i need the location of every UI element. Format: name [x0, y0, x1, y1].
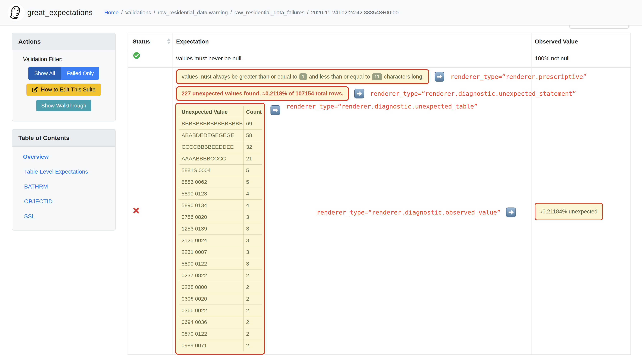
- sidebar: Actions Validation Filter: Show All Fail…: [12, 33, 116, 230]
- arrow-right-icon: [271, 105, 280, 115]
- count-cell: 2: [244, 316, 262, 328]
- count-cell: 58: [244, 129, 262, 141]
- unexpected-value-cell: 5881S 0004: [179, 164, 244, 176]
- count-cell: 5: [244, 176, 262, 188]
- unexpected-value-row: 2231 0007 3: [179, 246, 262, 258]
- toc-link-ssl[interactable]: SSL: [24, 213, 115, 220]
- failure-x-icon: [133, 207, 140, 214]
- page: great_expectations Home / Validations / …: [0, 0, 642, 364]
- unexpected-value-row: 5881S 0004 5: [179, 164, 262, 176]
- validation-table: Status Expectation Observed Value values…: [128, 33, 631, 355]
- unexpected-value-row: 5890 0123 4: [179, 188, 262, 200]
- unexpected-value-row: 5890 0122 3: [179, 258, 262, 270]
- count-cell: 2: [244, 340, 262, 351]
- row-divider: [128, 67, 630, 68]
- renderer-type-code: renderer_type=“renderer.diagnostic.unexp…: [286, 103, 477, 110]
- min-length-badge: 1: [299, 73, 307, 80]
- navbar: great_expectations Home / Validations / …: [0, 0, 642, 26]
- unexpected-table-highlight: Unexpected Value Count BBBBBBBBBBBBBBBBB…: [175, 103, 265, 355]
- unexpected-value-cell: 0989 0071: [179, 340, 244, 351]
- cutoff-panel: [569, 26, 629, 29]
- unexpected-value-row: 0870 0122 2: [179, 328, 262, 340]
- count-cell: 3: [244, 258, 262, 270]
- expectation-text-part: and less than or equal to: [309, 74, 370, 80]
- breadcrumb-item: 2020-11-24T02:24:42.888548+00:00: [311, 10, 398, 16]
- breadcrumb-home-link[interactable]: Home: [104, 10, 119, 16]
- breadcrumb-separator: /: [154, 10, 155, 16]
- unexpected-value-row: 0694 0036 2: [179, 316, 262, 328]
- unexpected-value-row: 0989 0071 2: [179, 340, 262, 351]
- unexpected-value-row: 1253 0139 3: [179, 223, 262, 234]
- toc-link-table-level-expectations[interactable]: Table-Level Expectations: [24, 168, 115, 175]
- unexpected-statement-highlight: 227 unexpected values found. ≈0.2118% of…: [176, 86, 349, 101]
- actions-panel-title: Actions: [12, 33, 115, 50]
- unexpected-value-row: ABABDEDEGEGEGE 58: [179, 129, 262, 141]
- expectation-text-part: characters long.: [384, 74, 424, 80]
- actions-panel-body: Validation Filter: Show All Failed Only …: [12, 50, 115, 121]
- unexpected-value-cell: 0366 0022: [179, 304, 244, 316]
- unexpected-value-row: 5890 0134 4: [179, 200, 262, 211]
- unexpected-value-row: 0786 0820 3: [179, 211, 262, 223]
- prescriptive-renderer-row: values must always be greater than or eq…: [176, 69, 587, 84]
- unexpected-value-row: BBBBBBBBBBBBBBBBB 69: [179, 118, 262, 129]
- breadcrumb-separator: /: [230, 10, 232, 16]
- unexpected-value-row: 0306 0020 2: [179, 293, 262, 304]
- actions-panel: Actions Validation Filter: Show All Fail…: [12, 33, 116, 122]
- unexpected-value-row: 2125 0024 3: [179, 234, 262, 246]
- count-cell: 2: [244, 293, 262, 304]
- toc-panel-body: Overview Table-Level Expectations BATHRM…: [12, 146, 115, 230]
- logo-portrait-icon: [8, 4, 25, 21]
- unexpected-value-row: CCCCBBBBEEDDEE 32: [179, 141, 262, 153]
- unexpected-value-row: AAAABBBBCCCC 21: [179, 153, 262, 164]
- unexpected-value-cell: 0694 0036: [179, 316, 244, 328]
- success-check-icon: [133, 52, 140, 59]
- how-to-edit-suite-label: How to Edit This Suite: [41, 86, 96, 93]
- breadcrumb-separator: /: [121, 10, 123, 16]
- breadcrumb-item: raw_residential_data_failures: [234, 10, 304, 16]
- breadcrumb: Home / Validations / raw_residential_dat…: [104, 10, 399, 16]
- count-cell: 3: [244, 211, 262, 223]
- unexpected-value-row: 0237 0822 2: [179, 270, 262, 281]
- toc-panel: Table of Contents Overview Table-Level E…: [12, 129, 116, 230]
- unexpected-value-cell: 5890 0123: [179, 188, 244, 200]
- toc-link-overview[interactable]: Overview: [23, 154, 115, 160]
- status-sort-icon[interactable]: [167, 38, 170, 44]
- prescriptive-expectation-highlight: values must always be greater than or eq…: [176, 69, 429, 84]
- breadcrumb-item: raw_residential_data.warning: [158, 10, 228, 16]
- count-cell: 3: [244, 223, 262, 234]
- renderer-type-code: renderer_type=“renderer.diagnostic.unexp…: [370, 90, 576, 97]
- arrow-right-icon: [435, 72, 444, 82]
- unexpected-value-cell: 5890 0122: [179, 258, 244, 270]
- failed-only-button[interactable]: Failed Only: [61, 67, 99, 80]
- toc-link-bathrm[interactable]: BATHRM: [24, 183, 115, 190]
- unexpected-value-cell: 0786 0820: [179, 211, 244, 223]
- unexpected-value-cell: 1253 0139: [179, 223, 244, 234]
- unexpected-value-cell: ABABDEDEGEGEGE: [179, 129, 244, 141]
- expectation-text: values must never be null.: [176, 50, 243, 67]
- arrow-right-icon: [506, 208, 516, 217]
- max-length-badge: 11: [372, 73, 382, 80]
- show-walkthrough-button[interactable]: Show Walkthrough: [36, 100, 91, 112]
- count-header: Count: [244, 106, 262, 118]
- toc-panel-title: Table of Contents: [12, 130, 115, 146]
- count-cell: 69: [244, 118, 262, 129]
- unexpected-value-row: 0238 0800 2: [179, 281, 262, 293]
- toc-link-objectid[interactable]: OBJECTID: [24, 198, 115, 205]
- expectation-column-header: Expectation: [176, 33, 209, 50]
- arrow-right-icon: [354, 89, 364, 98]
- count-cell: 32: [244, 141, 262, 153]
- unexpected-values-table: Unexpected Value Count BBBBBBBBBBBBBBBBB…: [179, 106, 262, 351]
- unexpected-value-cell: 0870 0122: [179, 328, 244, 340]
- unexpected-value-header: Unexpected Value: [179, 106, 244, 118]
- count-cell: 3: [244, 234, 262, 246]
- count-cell: 2: [244, 328, 262, 340]
- observed-value-column-header: Observed Value: [535, 33, 578, 50]
- count-cell: 5: [244, 164, 262, 176]
- unexpected-value-row: 0366 0022 2: [179, 304, 262, 316]
- count-cell: 2: [244, 281, 262, 293]
- unexpected-value-cell: 2231 0007: [179, 246, 244, 258]
- how-to-edit-suite-button[interactable]: How to Edit This Suite: [27, 84, 101, 96]
- show-all-button[interactable]: Show All: [28, 67, 61, 80]
- observed-value-text: 100% not null: [535, 50, 569, 67]
- breadcrumb-separator: /: [307, 10, 308, 16]
